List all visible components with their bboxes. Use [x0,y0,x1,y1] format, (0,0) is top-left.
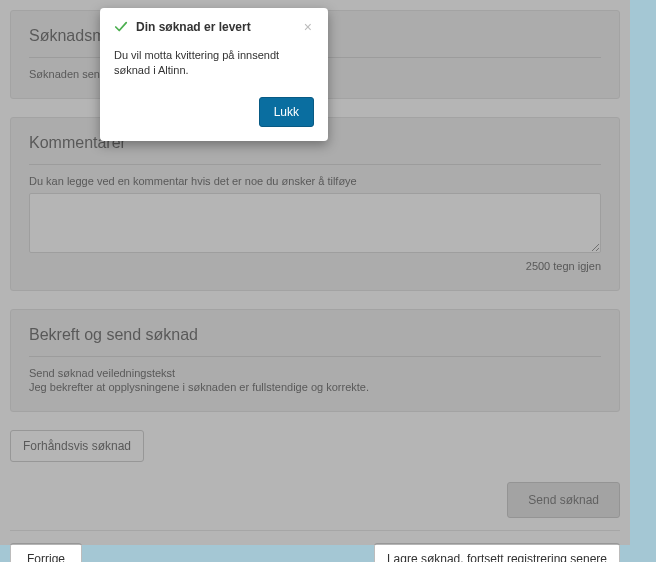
save-button[interactable]: Lagre søknad, fortsett registrering sene… [374,543,620,562]
close-button[interactable]: Lukk [259,97,314,127]
modal-body: Du vil motta kvittering på innsendt søkn… [114,48,314,79]
confirmation-modal: Din søknad er levert × Du vil motta kvit… [100,8,328,141]
modal-header: Din søknad er levert × [114,20,314,34]
check-icon [114,20,128,34]
modal-title: Din søknad er levert [136,20,294,34]
previous-button[interactable]: Forrige [10,543,82,562]
close-icon[interactable]: × [302,20,314,34]
modal-footer: Lukk [114,97,314,127]
footer-row: Forrige Lagre søknad, fortsett registrer… [10,543,620,562]
